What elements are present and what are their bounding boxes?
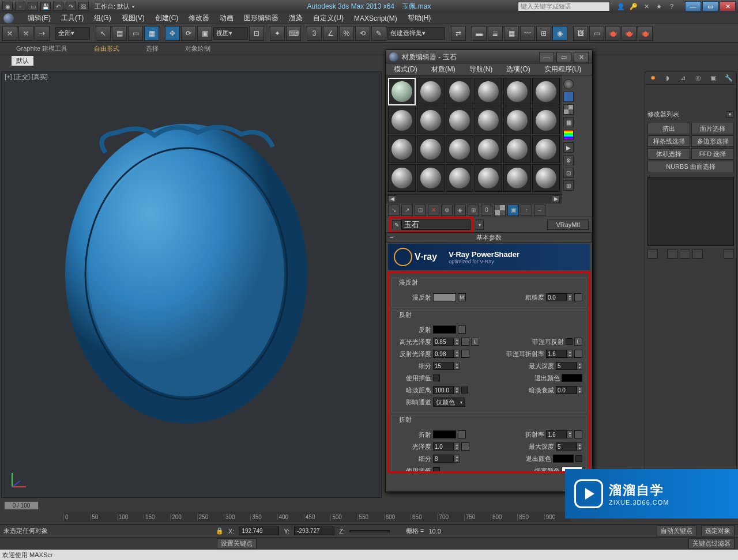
edit-named-sel-icon[interactable]: ✎ xyxy=(371,26,386,41)
motion-tab-icon[interactable]: ◎ xyxy=(692,73,704,84)
options-icon[interactable]: ⚙ xyxy=(563,155,574,165)
material-slot[interactable] xyxy=(532,78,560,105)
mat-menu-nav[interactable]: 导航(N) xyxy=(464,63,499,75)
link-icon[interactable]: ⤱ xyxy=(2,26,17,41)
material-slot[interactable] xyxy=(417,78,445,105)
refr-gloss-map[interactable] xyxy=(461,442,469,451)
material-editor-icon[interactable]: ◉ xyxy=(552,26,567,41)
ribbon-icon[interactable]: ▦ xyxy=(504,26,519,41)
ribbon-tab-paint[interactable]: 对象绘制 xyxy=(180,43,215,54)
undo-icon[interactable]: ↶ xyxy=(53,2,63,11)
bind-icon[interactable]: ⇢ xyxy=(35,26,50,41)
z-coord[interactable] xyxy=(349,530,390,532)
app-menu-icon[interactable] xyxy=(3,13,22,24)
material-slot[interactable] xyxy=(417,164,445,192)
refl-interp-checkbox[interactable] xyxy=(433,374,440,381)
menu-modifiers[interactable]: 修改器 xyxy=(184,12,214,24)
curve-editor-icon[interactable]: 〰 xyxy=(520,26,535,41)
show-end-icon[interactable] xyxy=(667,249,677,259)
fresnel-checkbox[interactable] xyxy=(566,338,573,345)
menu-animation[interactable]: 动画 xyxy=(215,12,238,24)
material-editor-titlebar[interactable]: 材质编辑器 - 玉石 — ▭ ✕ xyxy=(386,50,592,64)
unlink-icon[interactable]: ⤲ xyxy=(18,26,33,41)
search-box[interactable] xyxy=(518,2,610,12)
mod-spline-sel[interactable]: 样条线选择 xyxy=(647,135,690,147)
redo-icon[interactable]: ↷ xyxy=(66,2,76,11)
mat-id-icon[interactable]: 0 xyxy=(481,205,492,216)
select-by-mat-icon[interactable]: ⊡ xyxy=(563,168,574,178)
rect-select-icon[interactable]: ▭ xyxy=(128,26,143,41)
refl-affect-dropdown[interactable]: 仅颜色▾ xyxy=(433,398,465,407)
align-icon[interactable]: ▬ xyxy=(472,26,487,41)
fresnel-ior-spinner[interactable]: ▴▾ xyxy=(546,350,573,358)
material-slot[interactable] xyxy=(475,135,502,163)
mod-vol-sel[interactable]: 体积选择 xyxy=(647,148,690,160)
diffuse-swatch[interactable] xyxy=(433,293,456,301)
mat-maximize-button[interactable]: ▭ xyxy=(556,52,571,62)
material-slot[interactable] xyxy=(388,135,416,163)
material-slot[interactable] xyxy=(475,107,502,134)
ribbon-tab-select[interactable]: 选择 xyxy=(141,43,163,54)
schematic-icon[interactable]: ⊞ xyxy=(536,26,551,41)
refr-gloss-spinner[interactable]: ▴▾ xyxy=(433,442,460,451)
pin-stack-icon[interactable] xyxy=(647,249,658,259)
rotate-icon[interactable]: ⟳ xyxy=(181,26,196,41)
dim-distance-checkbox[interactable] xyxy=(461,387,468,393)
ribbon-tab-graphite[interactable]: Graphite 建模工具 xyxy=(12,43,72,54)
refr-subdiv-spinner[interactable]: ▴▾ xyxy=(433,455,460,463)
refr-exit-swatch[interactable] xyxy=(553,455,574,463)
sample-uv-icon[interactable]: ▦ xyxy=(563,117,574,127)
menu-render[interactable]: 渲染 xyxy=(284,12,307,24)
mat-minimize-button[interactable]: — xyxy=(539,52,554,62)
refl-exit-swatch[interactable] xyxy=(562,374,582,382)
selected-obj-dropdown[interactable]: 选定对象 xyxy=(701,525,735,536)
render-setup-icon[interactable]: 🖼 xyxy=(573,26,588,41)
refr-exit-checkbox[interactable] xyxy=(575,455,582,462)
unique-icon[interactable] xyxy=(680,249,690,259)
rollout-basic-params[interactable]: 基本参数 xyxy=(386,232,592,243)
select-icon[interactable]: ↖ xyxy=(96,26,111,41)
select-manip-icon[interactable]: ✦ xyxy=(270,26,285,41)
mat-menu-mode[interactable]: 模式(D) xyxy=(388,63,423,75)
angle-snap-icon[interactable]: ∠ xyxy=(323,26,338,41)
star-icon[interactable]: ★ xyxy=(654,2,664,11)
rendered-frame-icon[interactable]: ▭ xyxy=(589,26,604,41)
material-slot[interactable] xyxy=(532,135,560,163)
menu-custom[interactable]: 自定义(U) xyxy=(308,12,348,24)
menu-create[interactable]: 创建(C) xyxy=(150,12,183,24)
modify-tab-icon[interactable]: ◗ xyxy=(662,73,673,84)
dim-distance-spinner[interactable]: ▴▾ xyxy=(433,386,460,394)
refl-gloss-spinner[interactable]: ▴▾ xyxy=(433,350,460,358)
close-button[interactable]: ✕ xyxy=(720,1,736,12)
scale-icon[interactable]: ▣ xyxy=(197,26,212,41)
refract-swatch[interactable] xyxy=(433,430,456,438)
material-slot[interactable] xyxy=(446,135,473,163)
backlight-icon[interactable] xyxy=(563,92,574,102)
render-icon[interactable]: 🫖 xyxy=(605,26,620,41)
key-filter-button[interactable]: 关键点过滤器 xyxy=(688,538,735,549)
mirror-icon[interactable]: ⇄ xyxy=(451,26,466,41)
sample-type-icon[interactable] xyxy=(563,79,574,89)
auto-key-button[interactable]: 自动关键点 xyxy=(657,525,696,536)
make-preview-icon[interactable]: ▶ xyxy=(563,142,574,153)
modifier-stack[interactable] xyxy=(647,177,734,246)
refr-interp-checkbox[interactable] xyxy=(433,467,440,473)
material-slot[interactable] xyxy=(417,107,445,134)
mat-map-nav-icon[interactable]: ⊞ xyxy=(563,180,574,191)
hilight-gloss-map[interactable] xyxy=(461,338,469,346)
layers-icon[interactable]: ≣ xyxy=(488,26,503,41)
material-slot[interactable] xyxy=(388,78,416,105)
menu-group[interactable]: 组(G) xyxy=(89,12,115,24)
material-slot[interactable] xyxy=(503,107,531,134)
material-slot[interactable] xyxy=(388,107,416,134)
search-input[interactable] xyxy=(518,2,610,12)
material-name-dropdown[interactable]: ▾ xyxy=(476,220,484,230)
diffuse-map-button[interactable]: M xyxy=(458,293,466,301)
spinner-snap-icon[interactable]: ⟲ xyxy=(355,26,370,41)
reflect-swatch[interactable] xyxy=(433,326,456,334)
material-slot[interactable] xyxy=(475,164,502,192)
workspace-label[interactable]: 工作台: 默认 xyxy=(95,2,130,11)
go-sibling-icon[interactable]: → xyxy=(534,205,545,216)
mod-patch-sel[interactable]: 面片选择 xyxy=(691,123,734,134)
percent-snap-icon[interactable]: % xyxy=(339,26,354,41)
